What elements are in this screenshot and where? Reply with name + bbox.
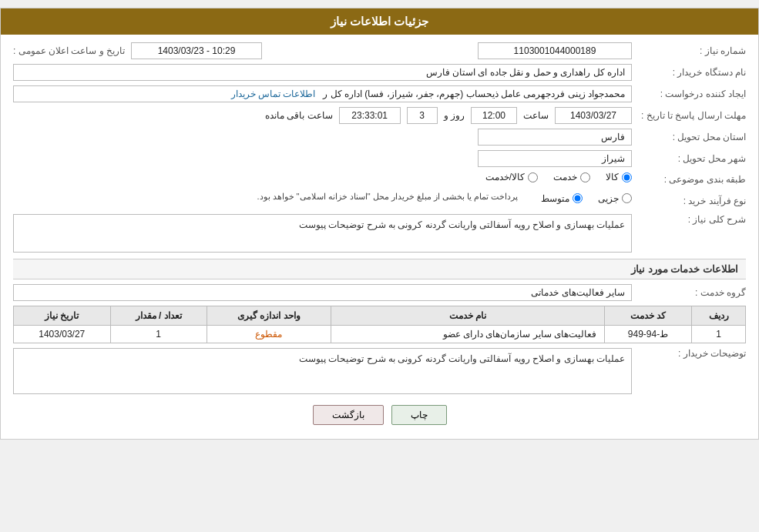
need-description-row: شرح کلی نیاز : عملیات بهسازی و اصلاح روی… <box>13 214 746 253</box>
org-name-value: اداره کل راهداری و حمل و نقل جاده ای است… <box>13 64 632 81</box>
buyer-description-row: توضیحات خریدار : عملیات بهسازی و اصلاح ر… <box>13 348 746 394</box>
requester-label: ایجاد کننده درخواست : <box>638 89 746 99</box>
deadline-days-label: روز و <box>444 110 465 121</box>
announce-date-value: 1403/03/23 - 10:29 <box>131 42 262 59</box>
category-radio-group: کالا خدمت کالا/خدمت <box>485 172 632 182</box>
requester-value: محمدجواد زینی فردجهرمی عامل ذیحساب (جهرم… <box>13 85 632 102</box>
need-number-value: 1103001044000189 <box>478 42 632 59</box>
city-label: شهر محل تحویل : <box>638 153 746 164</box>
page-content: شماره نیاز : 1103001044000189 1403/03/23… <box>1 35 758 439</box>
table-row: 1 ط-94-949 فعالیت‌های سایر سازمان‌های دا… <box>14 326 746 343</box>
purchase-type-row: نوع فرآیند خرید : جزیی متوسط پرداخت تمام… <box>13 192 746 209</box>
org-name-label: نام دستگاه خریدار : <box>638 67 746 78</box>
col-code: کد خدمت <box>605 306 692 326</box>
services-section-title: اطلاعات خدمات مورد نیاز <box>13 259 746 279</box>
province-row: استان محل تحویل : فارس <box>13 129 746 146</box>
category-label-kala-khedmat: کالا/خدمت <box>485 172 525 182</box>
buyer-description-label: توضیحات خریدار : <box>638 348 746 359</box>
need-number-label: شماره نیاز : <box>638 45 746 56</box>
deadline-remaining-label: ساعت باقی مانده <box>265 110 333 121</box>
requester-contact-link[interactable]: اطلاعات تماس خریدار <box>231 89 316 99</box>
page-title: جزئیات اطلاعات نیاز <box>331 15 428 28</box>
buyer-description-value: عملیات بهسازی و اصلاح رویه آسفالتی واریا… <box>13 348 632 394</box>
col-name: نام خدمت <box>331 306 604 326</box>
back-button[interactable]: بازگشت <box>313 405 384 425</box>
cell-unit: مقطوع <box>207 326 331 343</box>
need-description-label: شرح کلی نیاز : <box>638 214 746 225</box>
category-label: طبقه بندی موضوعی : <box>638 174 746 185</box>
category-radio-khedmat[interactable] <box>580 172 590 182</box>
category-row: طبقه بندی موضوعی : کالا خدمت کالا/خدمت <box>13 172 746 187</box>
button-row: چاپ بازگشت <box>13 405 746 425</box>
col-row: ردیف <box>692 306 746 326</box>
purchase-option-motavasset: متوسط <box>541 193 583 204</box>
city-row: شهر محل تحویل : شیراز <box>13 150 746 167</box>
deadline-date-value: 1403/03/27 <box>555 107 632 124</box>
cell-date: 1403/03/27 <box>14 326 111 343</box>
deadline-label: مهلت ارسال پاسخ تا تاریخ : <box>638 110 746 121</box>
purchase-option-jozi: جزیی <box>598 193 632 204</box>
deadline-days-value: 3 <box>407 107 438 124</box>
col-unit: واحد اندازه گیری <box>207 306 331 326</box>
page-wrapper: جزئیات اطلاعات نیاز شماره نیاز : 1103001… <box>0 8 759 440</box>
city-value: شیراز <box>478 150 632 167</box>
purchase-label-motavasset: متوسط <box>541 193 569 204</box>
services-table: ردیف کد خدمت نام خدمت واحد اندازه گیری ت… <box>13 306 746 343</box>
deadline-countdown-value: 23:33:01 <box>339 107 401 124</box>
category-option-2: خدمت <box>553 172 590 182</box>
deadline-time-value: 12:00 <box>471 107 517 124</box>
requester-row: ایجاد کننده درخواست : محمدجواد زینی فردج… <box>13 85 746 102</box>
deadline-row: مهلت ارسال پاسخ تا تاریخ : 1403/03/27 سا… <box>13 107 746 124</box>
purchase-label-jozi: جزیی <box>598 193 619 204</box>
print-button[interactable]: چاپ <box>391 405 447 425</box>
category-label-kala: کالا <box>606 172 619 182</box>
province-value: فارس <box>478 129 632 146</box>
col-quantity: تعداد / مقدار <box>110 306 207 326</box>
announce-date-label: تاریخ و ساعت اعلان عمومی : <box>13 45 125 56</box>
category-radio-kala[interactable] <box>622 172 632 182</box>
category-label-khedmat: خدمت <box>553 172 577 182</box>
need-description-value: عملیات بهسازی و اصلاح رویه آسفالتی واریا… <box>13 214 632 253</box>
service-group-label: گروه خدمت : <box>638 287 746 298</box>
purchase-radio-motavasset[interactable] <box>573 193 583 203</box>
cell-row: 1 <box>692 326 746 343</box>
cell-name: فعالیت‌های سایر سازمان‌های دارای عضو <box>331 326 604 343</box>
page-header: جزئیات اطلاعات نیاز <box>1 8 758 35</box>
service-group-value: سایر فعالیت‌های خدماتی <box>13 284 632 301</box>
cell-code: ط-94-949 <box>605 326 692 343</box>
province-label: استان محل تحویل : <box>638 132 746 142</box>
purchase-radio-group: جزیی متوسط پرداخت تمام یا بخشی از مبلغ خ… <box>257 192 632 205</box>
need-number-row: شماره نیاز : 1103001044000189 1403/03/23… <box>13 42 746 59</box>
col-date: تاریخ نیاز <box>14 306 111 326</box>
purchase-type-label: نوع فرآیند خرید : <box>638 196 746 206</box>
category-option-3: کالا/خدمت <box>485 172 538 182</box>
category-radio-kala-khedmat[interactable] <box>528 172 538 182</box>
category-option-1: کالا <box>606 172 632 182</box>
deadline-time-label: ساعت <box>523 110 549 121</box>
cell-quantity: 1 <box>110 326 207 343</box>
org-name-row: نام دستگاه خریدار : اداره کل راهداری و ح… <box>13 64 746 81</box>
purchase-note: پرداخت تمام یا بخشی از مبلغ خریدار محل "… <box>257 192 518 202</box>
service-group-row: گروه خدمت : سایر فعالیت‌های خدماتی <box>13 284 746 301</box>
purchase-radio-jozi[interactable] <box>622 193 632 203</box>
